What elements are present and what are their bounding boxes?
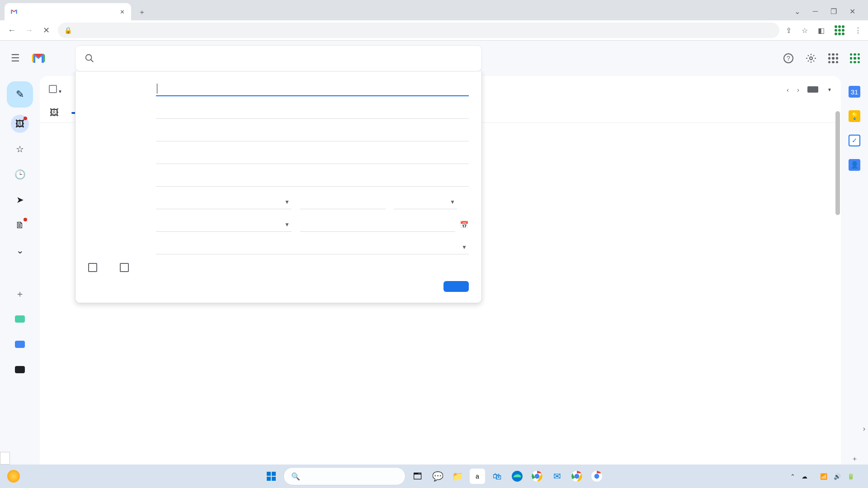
taskbar-search[interactable]: 🔍 — [283, 467, 406, 485]
compose-button[interactable]: ✎ — [7, 81, 33, 108]
search-button[interactable] — [443, 281, 469, 292]
add-addon-icon[interactable]: ＋ — [849, 453, 860, 465]
gmail-header: ☰ ▼ ▼ — [0, 41, 868, 76]
close-window-icon[interactable]: ✕ — [849, 7, 855, 16]
kebab-menu-icon[interactable]: ⋮ — [854, 26, 862, 35]
chevron-down-icon[interactable]: ⌄ — [794, 7, 800, 16]
menu-icon[interactable]: ☰ — [11, 52, 23, 64]
chrome-icon-1[interactable] — [529, 469, 545, 484]
stop-icon[interactable]: ✕ — [41, 21, 52, 39]
svg-rect-5 — [267, 472, 271, 476]
search-icon: 🔍 — [291, 472, 300, 481]
search-input[interactable] — [103, 53, 472, 64]
scrollbar[interactable] — [835, 111, 840, 215]
svg-rect-8 — [272, 477, 276, 481]
nav-add[interactable]: ＋ — [11, 285, 29, 303]
help-icon[interactable]: ? — [783, 53, 794, 64]
battery-icon[interactable]: 🔋 — [847, 473, 854, 480]
svg-rect-6 — [272, 472, 276, 476]
has-attachment-checkbox[interactable] — [88, 263, 104, 272]
nav-inbox[interactable]: 🖼 — [11, 115, 29, 133]
date-range-select[interactable]: ▼ — [156, 217, 292, 232]
forward-icon[interactable]: → — [24, 21, 34, 39]
windows-taskbar: 🔍 🗔 💬 📁 a 🛍 ✉ ⌃ ☁ 📶 🔊 🔋 — [0, 465, 868, 488]
size-op-select[interactable]: ▼ — [156, 195, 292, 209]
svg-text:?: ? — [787, 55, 790, 62]
nav-sent[interactable]: ➤ — [11, 191, 29, 209]
doesnothave-input[interactable] — [156, 172, 469, 187]
url-field[interactable]: 🔒 — [58, 23, 779, 38]
minimize-icon[interactable]: ─ — [813, 7, 818, 16]
new-tab-button[interactable]: ＋ — [134, 4, 150, 20]
onedrive-icon[interactable]: ☁ — [802, 473, 807, 480]
edge-icon[interactable] — [509, 469, 525, 484]
search-icon — [85, 53, 94, 63]
keep-addon-icon[interactable]: 💡 — [849, 110, 860, 122]
chat-label-2[interactable] — [11, 335, 29, 353]
svg-point-0 — [86, 55, 92, 61]
browser-status-bar — [0, 452, 10, 465]
chat-label-3[interactable] — [11, 361, 29, 379]
wifi-icon[interactable]: 📶 — [820, 473, 827, 480]
nav-starred[interactable]: ☆ — [11, 140, 29, 158]
calendar-addon-icon[interactable]: 31 — [849, 86, 860, 98]
prev-page-icon[interactable]: ‹ — [787, 86, 789, 94]
svg-rect-7 — [267, 477, 271, 481]
left-nav: ✎ 🖼 ☆ 🕒 ➤ 🗎 ⌄ ＋ — [0, 76, 40, 465]
start-icon[interactable] — [264, 469, 279, 484]
settings-gear-icon[interactable] — [806, 53, 816, 64]
size-unit-select[interactable]: ▼ — [394, 195, 457, 209]
inbox-icon: 🖼 — [50, 108, 61, 118]
account-icon[interactable] — [850, 53, 860, 63]
search-scope-select[interactable]: ▼ — [156, 240, 469, 254]
search-box[interactable] — [75, 45, 482, 71]
exclude-chats-checkbox[interactable] — [120, 263, 135, 272]
chat-icon[interactable]: 💬 — [430, 469, 445, 484]
mail-app-icon[interactable]: ✉ — [549, 469, 565, 484]
svg-point-15 — [594, 474, 599, 479]
back-icon[interactable]: ← — [6, 21, 17, 39]
calendar-icon[interactable]: 📅 — [460, 221, 469, 229]
date-input[interactable] — [300, 217, 455, 232]
weather-widget[interactable] — [7, 470, 24, 483]
browser-tab[interactable]: ✕ — [5, 3, 131, 20]
from-input[interactable] — [156, 82, 469, 96]
maximize-icon[interactable]: ❐ — [830, 7, 837, 16]
tasks-addon-icon[interactable]: ✓ — [849, 135, 860, 146]
size-value-input[interactable] — [300, 195, 386, 209]
contacts-addon-icon[interactable]: 👤 — [849, 159, 860, 171]
haswords-input[interactable] — [156, 150, 469, 164]
share-icon[interactable]: ⇪ — [786, 26, 792, 35]
side-panel: 31 💡 ✓ 👤 ＋ › — [841, 76, 868, 465]
svg-line-1 — [91, 60, 94, 62]
explorer-icon[interactable]: 📁 — [450, 469, 465, 484]
expand-panel-icon[interactable]: › — [863, 425, 865, 433]
input-mode-icon[interactable] — [807, 86, 818, 93]
extension-icon[interactable] — [835, 25, 844, 35]
subject-input[interactable] — [156, 127, 469, 141]
store-icon[interactable]: 🛍 — [490, 469, 505, 484]
amazon-icon[interactable]: a — [470, 469, 485, 484]
to-input[interactable] — [156, 104, 469, 119]
select-all-checkbox[interactable]: ▼ — [49, 85, 62, 94]
chrome-icon-3[interactable] — [589, 469, 604, 484]
nav-snoozed[interactable]: 🕒 — [11, 165, 29, 183]
close-tab-icon[interactable]: ✕ — [118, 8, 126, 15]
lock-icon: 🔒 — [64, 27, 72, 34]
sidepanel-icon[interactable]: ◧ — [818, 26, 825, 35]
chrome-icon-2[interactable] — [569, 469, 585, 484]
taskview-icon[interactable]: 🗔 — [410, 469, 425, 484]
tray-chevron-icon[interactable]: ⌃ — [790, 473, 795, 480]
address-bar: ← → ✕ 🔒 ⇪ ☆ ◧ ⋮ — [0, 20, 868, 41]
svg-point-4 — [810, 57, 812, 60]
next-page-icon[interactable]: › — [797, 86, 799, 94]
volume-icon[interactable]: 🔊 — [834, 473, 841, 480]
google-apps-icon[interactable] — [828, 53, 838, 63]
nav-drafts[interactable]: 🗎 — [11, 216, 29, 234]
chat-label-1[interactable] — [11, 310, 29, 328]
nav-more[interactable]: ⌄ — [11, 241, 29, 259]
bookmark-star-icon[interactable]: ☆ — [802, 26, 808, 35]
gmail-favicon — [10, 8, 18, 16]
gmail-logo[interactable] — [31, 51, 50, 66]
advanced-search-panel: ▼ ▼ ▼ 📅 ▼ — [75, 71, 482, 303]
